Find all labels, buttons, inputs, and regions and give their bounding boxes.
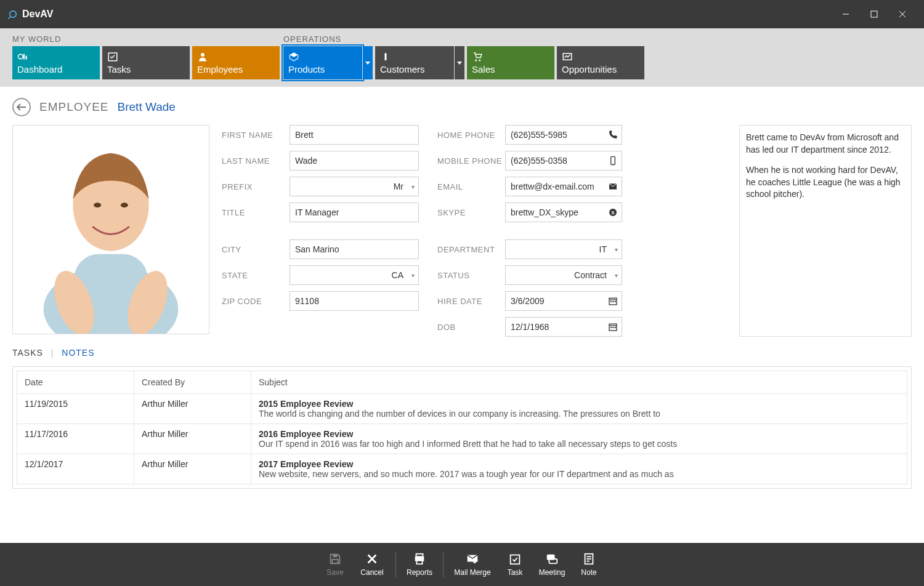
maximize-button[interactable] [860,0,888,28]
footer-mailmerge-button[interactable]: Mail Merge [448,548,496,581]
th-created-by[interactable]: Created By [134,371,251,394]
input-email[interactable]: brettw@dx-email.com [505,177,622,196]
footer-note-button[interactable]: Note [570,548,607,581]
tab-tasks[interactable]: TASKS [12,348,43,358]
dashboard-icon [17,51,28,62]
table-row[interactable]: 11/19/2015 Arthur Miller 2015 Employee R… [17,394,907,424]
ribbon-opportunities-label: Opportunities [562,64,639,74]
svg-rect-6 [23,54,25,60]
footer-meeting-button[interactable]: Meeting [533,548,570,581]
skype-icon: S [608,207,618,217]
ribbon-sales[interactable]: Sales [467,46,554,79]
input-city[interactable]: San Marino [290,239,419,259]
page-name: Brett Wade [118,100,176,114]
input-zip[interactable]: 91108 [290,291,419,311]
content-area: EMPLOYEE Brett Wade FIRST NAME [0,87,924,543]
svg-rect-2 [871,11,877,17]
chevron-down-icon: ▾ [411,183,415,190]
save-icon [328,552,342,566]
svg-text:S: S [611,210,615,215]
bio-p1: Brett came to DevAv from Microsoft and h… [746,132,905,156]
input-dob[interactable]: 12/1/1968 [505,317,622,337]
svg-rect-30 [612,301,614,302]
footer-cancel-button[interactable]: Cancel [354,548,391,581]
close-button[interactable] [888,0,917,28]
svg-point-18 [121,203,128,207]
chevron-down-icon: ▾ [615,272,618,279]
svg-point-12 [479,60,480,62]
select-status[interactable]: Contract▾ [505,265,622,285]
sales-icon [472,51,483,62]
back-button[interactable] [12,98,31,116]
minimize-button[interactable] [832,0,860,28]
footer-save-button[interactable]: Save [317,548,354,581]
table-row[interactable]: 12/1/2017 Arthur Miller 2017 Employee Re… [17,454,907,484]
calendar-icon[interactable] [608,322,618,332]
ribbon-tasks-label: Tasks [107,64,185,74]
label-mobile-phone: MOBILE PHONE [437,156,505,166]
select-state[interactable]: CA▾ [290,265,419,285]
customers-icon [380,51,391,62]
svg-point-23 [612,163,613,164]
cancel-icon [365,552,379,566]
select-department[interactable]: IT▾ [505,239,622,259]
tab-notes[interactable]: NOTES [62,348,94,358]
products-icon [288,51,299,62]
ribbon-customers-dropdown[interactable] [455,46,464,79]
input-skype[interactable]: brettw_DX_skype S [505,203,622,222]
input-last-name[interactable]: Wade [290,151,419,171]
th-date[interactable]: Date [17,371,134,394]
label-home-phone: HOME PHONE [437,130,505,140]
input-title[interactable]: IT Manager [290,203,419,222]
calendar-icon[interactable] [608,296,618,306]
input-hire-date[interactable]: 3/6/2009 [505,291,622,311]
ribbon-group-operations-label: OPERATIONS [283,34,644,44]
label-email: EMAIL [437,182,505,191]
phone-icon [608,130,618,140]
ribbon-products[interactable]: Products [283,46,362,79]
svg-rect-34 [610,327,612,328]
ribbon-sales-label: Sales [472,64,549,74]
ribbon-customers[interactable]: Customers [375,46,454,79]
app-logo-icon [7,9,18,20]
svg-rect-38 [332,560,338,563]
svg-rect-7 [26,56,27,60]
ribbon-employees[interactable]: Employees [192,46,280,79]
tasks-icon [107,51,118,62]
svg-rect-31 [615,301,616,302]
chevron-down-icon: ▾ [411,272,415,279]
employees-icon [197,51,208,62]
footer-toolbar: Save Cancel Reports Mail Merge Task Meet… [0,543,924,586]
ribbon-employees-label: Employees [197,64,275,74]
th-subject[interactable]: Subject [251,371,907,394]
svg-rect-35 [612,327,614,328]
ribbon-dashboard[interactable]: Dashboard [12,46,100,79]
label-last-name: LAST NAME [222,156,290,166]
label-prefix: PREFIX [222,182,290,191]
input-first-name[interactable]: Brett [290,125,419,145]
ribbon-products-dropdown[interactable] [363,46,373,79]
svg-rect-45 [511,555,520,564]
footer-task-button[interactable]: Task [496,548,533,581]
svg-rect-29 [610,301,612,302]
print-icon [413,552,426,566]
label-first-name: FIRST NAME [222,130,290,140]
ribbon-opportunities[interactable]: Opportunities [557,46,644,79]
select-prefix[interactable]: Mr▾ [290,177,419,196]
label-dob: DOB [437,323,505,332]
ribbon-dashboard-label: Dashboard [17,64,95,74]
input-mobile-phone[interactable]: (626)555-0358 [505,151,622,171]
employee-photo [12,125,209,334]
ribbon-products-label: Products [288,64,357,74]
mail-merge-icon [466,552,479,566]
ribbon: MY WORLD Dashboard Tasks Employees OPERA… [0,28,924,87]
footer-reports-button[interactable]: Reports [401,548,438,581]
ribbon-tasks[interactable]: Tasks [102,46,190,79]
app-title: DevAV [22,9,53,20]
meeting-icon [545,552,559,566]
table-row[interactable]: 11/17/2016 Arthur Miller 2016 Employee R… [17,424,907,454]
ribbon-group-myworld-label: MY WORLD [12,34,283,44]
svg-rect-37 [333,555,337,558]
svg-point-11 [475,60,477,62]
input-home-phone[interactable]: (626)555-5985 [505,125,622,145]
